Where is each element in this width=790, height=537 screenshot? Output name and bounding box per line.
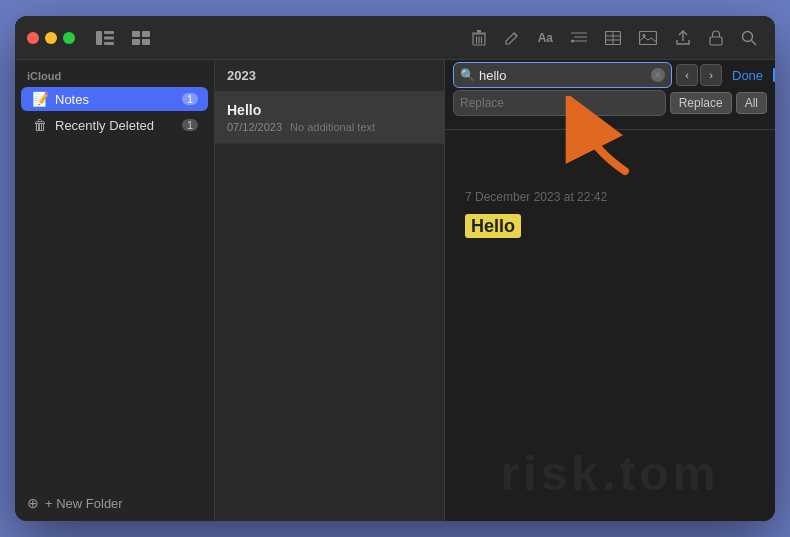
sidebar-toggle-button[interactable] <box>91 26 119 50</box>
svg-point-25 <box>743 31 753 41</box>
replace-button[interactable]: Replace <box>670 92 732 114</box>
lock-button[interactable] <box>703 28 729 48</box>
svg-rect-5 <box>142 31 150 37</box>
sidebar-item-notes-label: Notes <box>55 92 176 107</box>
note-body: 7 December 2023 at 22:42 Hello <box>445 130 775 521</box>
replace-row: Replace All <box>453 90 767 116</box>
table-button[interactable] <box>599 29 627 47</box>
maximize-button[interactable] <box>63 32 75 44</box>
share-button[interactable] <box>669 28 697 48</box>
new-folder-label: + New Folder <box>45 496 123 511</box>
view-toggle-button[interactable] <box>127 26 155 50</box>
note-item-meta: 07/12/2023 No additional text <box>227 121 432 133</box>
note-item-date: 07/12/2023 <box>227 121 282 133</box>
svg-rect-1 <box>104 31 114 34</box>
svg-rect-7 <box>142 39 150 45</box>
sidebar-section-label: iCloud <box>15 60 214 86</box>
compose-button[interactable] <box>498 28 526 48</box>
svg-line-26 <box>752 40 757 45</box>
search-input-wrapper: 🔍 ✕ <box>453 62 672 88</box>
search-button[interactable] <box>735 28 763 48</box>
search-bar-container: 🔍 ✕ ‹ › Done Replace <box>453 62 767 116</box>
app-window: Aa <box>15 16 775 521</box>
sidebar-item-recently-deleted-label: Recently Deleted <box>55 118 176 133</box>
note-item-title: Hello <box>227 102 432 118</box>
minimize-button[interactable] <box>45 32 57 44</box>
search-magnifier-icon: 🔍 <box>460 68 475 82</box>
titlebar: Aa <box>15 16 775 60</box>
sidebar-item-recently-deleted[interactable]: 🗑 Recently Deleted 1 <box>21 113 208 137</box>
find-row: 🔍 ✕ ‹ › Done Replace <box>453 62 767 88</box>
highlighted-word: Hello <box>465 214 521 238</box>
note-meta-date: 7 December 2023 at 22:42 <box>465 190 755 204</box>
traffic-lights <box>27 32 75 44</box>
format-button[interactable] <box>565 29 593 47</box>
search-input[interactable] <box>479 68 647 83</box>
note-content: 🔍 ✕ ‹ › Done Replace <box>445 60 775 521</box>
svg-rect-24 <box>710 37 722 45</box>
recently-deleted-badge: 1 <box>182 119 198 131</box>
svg-rect-6 <box>132 39 140 45</box>
trash-icon: 🗑 <box>31 117 49 133</box>
note-list: 2023 Hello 07/12/2023 No additional text <box>215 60 445 521</box>
search-next-button[interactable]: › <box>700 64 722 86</box>
svg-rect-4 <box>132 31 140 37</box>
svg-rect-3 <box>104 42 114 45</box>
media-button[interactable] <box>633 29 663 47</box>
note-list-year: 2023 <box>215 60 444 92</box>
search-toolbar: 🔍 ✕ ‹ › Done Replace <box>445 60 775 130</box>
note-item-preview: No additional text <box>290 121 375 133</box>
replace-all-button[interactable]: All <box>736 92 767 114</box>
notes-icon: 📝 <box>31 91 49 107</box>
svg-rect-9 <box>472 32 486 33</box>
new-folder-button[interactable]: ⊕ + New Folder <box>15 485 214 521</box>
replace-checkbox-wrapper: Replace <box>773 68 775 82</box>
delete-button[interactable] <box>466 28 492 48</box>
replace-input[interactable] <box>460 96 659 110</box>
replace-checkbox[interactable] <box>773 68 775 82</box>
note-item[interactable]: Hello 07/12/2023 No additional text <box>215 92 444 144</box>
sidebar-item-notes[interactable]: 📝 Notes 1 <box>21 87 208 111</box>
sidebar: iCloud 📝 Notes 1 🗑 Recently Deleted 1 ⊕ … <box>15 60 215 521</box>
toolbar-actions: Aa <box>466 28 763 48</box>
main-layout: iCloud 📝 Notes 1 🗑 Recently Deleted 1 ⊕ … <box>15 60 775 521</box>
search-done-button[interactable]: Done <box>726 66 769 85</box>
svg-rect-2 <box>104 36 114 39</box>
search-nav-buttons: ‹ › <box>676 64 722 86</box>
font-button[interactable]: Aa <box>532 29 559 47</box>
svg-rect-0 <box>96 31 102 45</box>
replace-input-wrapper <box>453 90 666 116</box>
search-prev-button[interactable]: ‹ <box>676 64 698 86</box>
notes-badge: 1 <box>182 93 198 105</box>
add-folder-icon: ⊕ <box>27 495 39 511</box>
close-button[interactable] <box>27 32 39 44</box>
search-clear-button[interactable]: ✕ <box>651 68 665 82</box>
svg-rect-22 <box>640 31 657 44</box>
svg-point-17 <box>571 39 574 42</box>
svg-rect-10 <box>477 30 481 33</box>
